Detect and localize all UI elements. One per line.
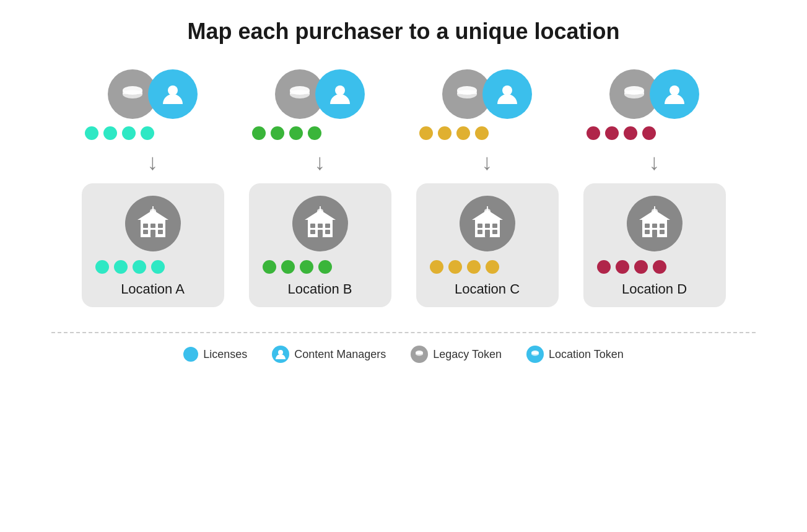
- svg-rect-38: [478, 224, 482, 228]
- dot: [605, 126, 619, 140]
- dot: [624, 126, 637, 140]
- svg-point-17: [290, 90, 310, 98]
- svg-rect-9: [150, 224, 155, 228]
- legend-item-label: Content Managers: [294, 348, 386, 361]
- card-dot: [263, 260, 276, 274]
- location-label: Location A: [121, 281, 185, 297]
- top-dots-row: [413, 126, 489, 140]
- svg-rect-57: [660, 230, 665, 234]
- svg-rect-29: [320, 206, 321, 212]
- legend-coin-gray-icon: [411, 346, 428, 363]
- location-card: Location A: [82, 183, 224, 307]
- dot: [141, 126, 154, 140]
- svg-rect-40: [492, 224, 497, 228]
- card-dot: [467, 260, 481, 274]
- svg-rect-53: [645, 224, 650, 228]
- coin-icon: [621, 81, 648, 108]
- column-col-c: ↓ Location C: [413, 69, 562, 307]
- card-dot: [95, 260, 109, 274]
- dot: [456, 126, 470, 140]
- dot: [85, 126, 98, 140]
- card-dots-row: [593, 260, 666, 274]
- building-icon: [134, 205, 172, 242]
- svg-rect-8: [143, 224, 148, 228]
- svg-rect-26: [310, 230, 315, 234]
- svg-point-66: [531, 352, 539, 356]
- card-dot: [300, 260, 313, 274]
- svg-rect-10: [158, 224, 163, 228]
- building-icon-circle: [125, 196, 181, 251]
- top-dots-row: [246, 126, 321, 140]
- legend-item-label: Legacy Token: [433, 348, 502, 361]
- columns-row: ↓ Location A: [12, 69, 795, 307]
- svg-rect-23: [310, 224, 315, 228]
- top-icons: [609, 69, 699, 119]
- card-dot: [597, 260, 611, 274]
- dot: [419, 126, 433, 140]
- person-icon-circle: [482, 69, 532, 119]
- svg-point-60: [278, 350, 283, 355]
- svg-point-33: [502, 85, 512, 95]
- svg-rect-14: [152, 206, 154, 212]
- legend-person-icon: [272, 346, 289, 363]
- legend-item: Location Token: [526, 346, 624, 363]
- svg-rect-55: [660, 224, 665, 228]
- dot: [122, 126, 136, 140]
- legend-item-label: Location Token: [549, 348, 624, 361]
- arrow-down: ↓: [315, 151, 326, 173]
- card-dot: [486, 260, 499, 274]
- location-label: Location B: [288, 281, 352, 297]
- card-dot: [114, 260, 128, 274]
- svg-rect-44: [487, 206, 488, 212]
- dot: [289, 126, 303, 140]
- svg-rect-58: [652, 230, 657, 237]
- svg-rect-25: [325, 224, 330, 228]
- svg-rect-28: [318, 230, 323, 237]
- top-icons: [442, 69, 532, 119]
- building-icon-circle: [627, 196, 683, 251]
- top-icons: [108, 69, 198, 119]
- location-label: Location D: [622, 281, 687, 297]
- arrow-down: ↓: [147, 151, 159, 173]
- dot: [642, 126, 656, 140]
- svg-rect-27: [325, 230, 330, 234]
- dot: [475, 126, 489, 140]
- arrow-down: ↓: [649, 151, 660, 173]
- dot: [103, 126, 117, 140]
- top-dots-row: [79, 126, 154, 140]
- main-content: ↓ Location A: [12, 69, 795, 363]
- dot: [252, 126, 266, 140]
- location-card: Location B: [249, 183, 391, 307]
- person-icon-circle: [148, 69, 198, 119]
- card-dot: [653, 260, 666, 274]
- svg-point-48: [670, 85, 679, 95]
- svg-rect-41: [478, 230, 482, 234]
- top-icons: [275, 69, 365, 119]
- coin-icon: [119, 81, 146, 108]
- location-label: Location C: [455, 281, 520, 297]
- svg-point-18: [335, 85, 345, 95]
- card-dot: [151, 260, 165, 274]
- coin-icon: [286, 81, 313, 108]
- legend-item: Licenses: [183, 347, 247, 362]
- building-icon-circle: [292, 196, 348, 251]
- location-card: Location C: [416, 183, 559, 307]
- coin-icon: [453, 81, 481, 108]
- dot: [271, 126, 284, 140]
- svg-rect-42: [492, 230, 497, 234]
- dot: [438, 126, 451, 140]
- dot: [308, 126, 321, 140]
- column-col-b: ↓ Location B: [246, 69, 395, 307]
- person-icon: [495, 82, 520, 107]
- top-dots-row: [580, 126, 656, 140]
- legend-separator: [51, 332, 756, 333]
- page-title: Map each purchaser to a unique location: [187, 19, 619, 45]
- card-dot: [448, 260, 462, 274]
- card-dots-row: [426, 260, 499, 274]
- column-col-a: ↓ Location A: [79, 69, 227, 307]
- card-dot: [634, 260, 648, 274]
- card-dot: [318, 260, 332, 274]
- svg-rect-13: [150, 230, 155, 237]
- svg-rect-39: [485, 224, 490, 228]
- card-dots-row: [92, 260, 165, 274]
